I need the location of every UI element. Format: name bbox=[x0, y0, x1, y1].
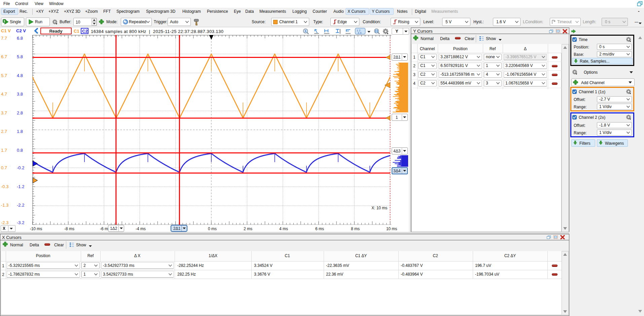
svg-text:1: 1 bbox=[3, 20, 5, 23]
svg-text:1: 1 bbox=[305, 29, 306, 33]
svg-text:3 4: 3 4 bbox=[358, 31, 362, 34]
